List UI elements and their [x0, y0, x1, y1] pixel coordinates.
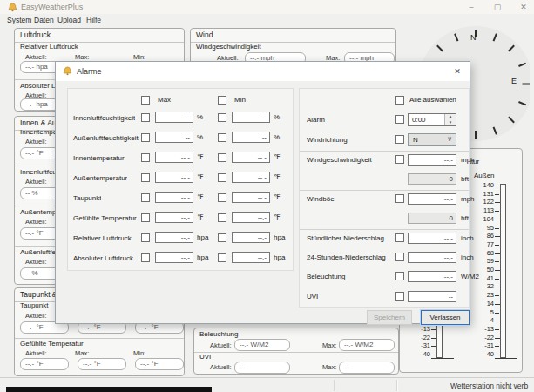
alarm-setting-row: WindrichtungN∨ [300, 132, 469, 152]
alarm-checkbox[interactable] [395, 155, 404, 164]
alarm-row-label: Außentemperatur [73, 174, 127, 182]
min-checkbox[interactable] [218, 193, 226, 202]
min-input[interactable]: --.- [232, 172, 270, 183]
alarm-checkbox[interactable] [395, 233, 404, 242]
max-checkbox[interactable] [141, 113, 150, 122]
min-input[interactable]: --.- [232, 212, 270, 223]
scale-number: 86 [471, 233, 494, 240]
scale-tick [495, 194, 499, 195]
scale-number: -22 [471, 335, 494, 341]
feelslike-value[interactable]: --.- °F [20, 358, 69, 370]
feelslike-value[interactable]: --.- °F [78, 358, 126, 370]
alarm-threshold-row: Außenluftfeuchtigkeit--%--% [68, 131, 293, 151]
alarm-checkbox[interactable] [395, 194, 404, 203]
scale-number: -13 [471, 326, 494, 333]
min-checkbox[interactable] [218, 233, 226, 242]
min-checkbox[interactable] [218, 133, 226, 142]
min-input[interactable]: --.- [232, 232, 270, 243]
alarm-threshold-row: Absoluter Luftdruck--.-hpa--.-hpa [68, 251, 293, 271]
min-input[interactable]: --.- [232, 152, 270, 163]
close-button[interactable]: ✕ [514, 1, 533, 13]
dialog-close-icon[interactable]: ✕ [450, 65, 464, 78]
alarm-checkbox[interactable] [395, 292, 404, 301]
min-checkbox[interactable] [218, 213, 226, 222]
min-unit: hpa [274, 253, 285, 261]
max-checkbox[interactable] [141, 213, 150, 222]
uvi-value[interactable]: -- [234, 362, 290, 374]
alarm-settings-group: Alle auswählen Alarm0:00▲▼WindrichtungN∨… [299, 88, 470, 308]
max-checkbox[interactable] [141, 153, 150, 162]
alarm-value-input[interactable]: --.- [408, 271, 456, 282]
beleuchtung-max-value[interactable]: --.- W/M2 [339, 339, 395, 351]
max-input[interactable]: --.- [155, 232, 193, 243]
wind-direction-select[interactable]: N∨ [408, 133, 456, 146]
max-input[interactable]: --.- [155, 252, 193, 263]
minimize-button[interactable]: – [462, 1, 481, 13]
menu-hilfe[interactable]: Hilfe [86, 16, 101, 24]
scale-tick [431, 346, 436, 347]
max-input[interactable]: --.- [155, 172, 193, 183]
max-input[interactable]: --.- [155, 192, 193, 203]
alarm-value-input[interactable]: --.- [408, 252, 456, 263]
beleuchtung-label: Beleuchtung [199, 330, 238, 338]
alarm-value-input[interactable]: --.- [408, 154, 456, 166]
chevron-down-icon: ∨ [447, 135, 452, 143]
min-unit: % [274, 133, 280, 141]
alarm-value-input[interactable]: --.- [408, 193, 456, 205]
scale-tick [495, 295, 499, 296]
maximize-button[interactable]: ▢ [488, 1, 507, 13]
feelslike-label: Gefühlte Temperatur [20, 340, 84, 348]
beleuchtung-value[interactable]: --.- W/M2 [234, 339, 290, 351]
aktuell-label: Aktuell: [25, 258, 47, 266]
alarm-checkbox[interactable] [395, 135, 404, 144]
alarm-checkbox[interactable] [395, 115, 404, 124]
min-checkbox[interactable] [218, 153, 226, 162]
feelslike-value[interactable]: --.- °F [135, 358, 184, 370]
alarm-value-input[interactable]: -- [408, 291, 456, 302]
uvi-max-value[interactable]: -- [339, 362, 395, 374]
max-checkbox[interactable] [141, 173, 150, 182]
alarm-checkbox[interactable] [395, 253, 404, 261]
min-checkbox[interactable] [218, 173, 226, 182]
min-input[interactable]: --.- [232, 192, 270, 203]
max-column-checkbox[interactable] [141, 96, 150, 105]
max-checkbox[interactable] [141, 253, 150, 262]
scale-tick [495, 261, 499, 262]
exit-button[interactable]: Verlassen [421, 310, 470, 325]
alarm-threshold-row: Außentemperatur--.-℉--.-℉ [68, 171, 293, 191]
min-input[interactable]: -- [232, 132, 270, 143]
window-title: EasyWeatherPlus [21, 3, 83, 11]
scale-tick [495, 228, 499, 229]
alarm-checkbox[interactable] [395, 272, 404, 280]
alarm-value-input[interactable]: --.- [408, 233, 456, 244]
alarm-time-spinner[interactable]: 0:00▲▼ [408, 113, 456, 126]
max-input[interactable]: --.- [155, 212, 193, 223]
select-all-checkbox[interactable] [395, 96, 404, 105]
max-checkbox[interactable] [141, 133, 150, 142]
alarm-setting-row: 0bft [300, 210, 469, 230]
spinner-down-icon[interactable]: ▼ [445, 120, 456, 126]
max-label: Max: [322, 363, 336, 371]
min-checkbox[interactable] [218, 253, 226, 262]
alarm-setting-row: Windgeschwindigkeit--.-mph [300, 151, 469, 172]
max-input[interactable]: -- [155, 132, 193, 143]
alarm-row-label: Taupunkt [73, 194, 101, 202]
window-titlebar: EasyWeatherPlus – ▢ ✕ [0, 0, 534, 14]
menu-system[interactable]: System [7, 16, 31, 24]
min-column-checkbox[interactable] [218, 96, 226, 105]
scale-tick [431, 329, 436, 330]
scale-number: 32 [471, 283, 494, 290]
min-input[interactable]: -- [232, 112, 270, 123]
menu-daten[interactable]: Daten [34, 16, 54, 24]
max-checkbox[interactable] [141, 193, 150, 202]
menu-upload[interactable]: Upload [57, 16, 81, 24]
max-unit: hpa [197, 253, 208, 261]
max-input[interactable]: -- [155, 112, 193, 123]
min-input[interactable]: --.- [232, 252, 270, 263]
dialog-title: Alarme [77, 67, 102, 76]
save-button[interactable]: Speichern [367, 310, 412, 325]
max-checkbox[interactable] [141, 233, 150, 242]
min-checkbox[interactable] [218, 113, 226, 122]
max-input[interactable]: --.- [155, 152, 193, 163]
taupunkt-label: Taupunkt [20, 301, 48, 309]
